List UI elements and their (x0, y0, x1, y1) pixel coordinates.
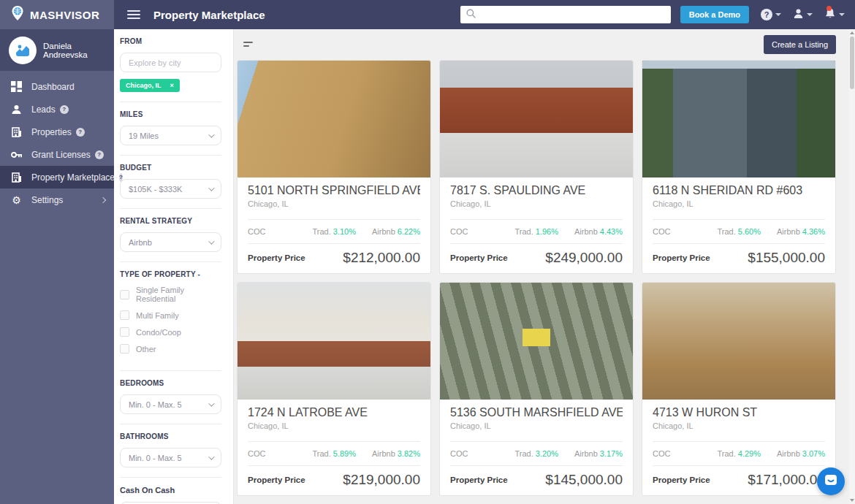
help-badge-icon[interactable]: ? (76, 128, 85, 137)
key-icon (10, 150, 23, 159)
help-badge-icon[interactable]: ? (60, 105, 69, 114)
property-card[interactable]: 1724 N LATROBE AVE Chicago, IL COC Trad.… (237, 282, 431, 496)
sort-icon[interactable] (243, 42, 253, 47)
budget-value: $105K - $333K (129, 185, 182, 194)
property-address[interactable]: 7817 S. SPAULDING AVE (450, 184, 623, 197)
property-price-value: $249,000.00 (545, 250, 623, 266)
hamburger-menu-icon[interactable] (127, 10, 140, 19)
property-price-label: Property Price (450, 476, 508, 484)
remove-tag-icon[interactable]: × (170, 82, 174, 89)
property-address[interactable]: 6118 N SHERIDAN RD #603 (653, 184, 825, 197)
checkbox-single-family[interactable]: Single Family Residential (120, 286, 221, 303)
checkbox-label: Single Family Residential (136, 286, 221, 303)
bathrooms-label: BATHROOMS (120, 432, 221, 440)
city-filter-tag[interactable]: Chicago, IL × (120, 79, 180, 92)
coc-label: COC (653, 449, 670, 458)
property-map-photo[interactable] (440, 283, 633, 400)
property-city: Chicago, IL (653, 199, 825, 208)
budget-select[interactable]: $105K - $333K (120, 179, 221, 199)
property-card[interactable]: 7817 S. SPAULDING AVE Chicago, IL COC Tr… (439, 60, 634, 274)
property-price-label: Property Price (653, 476, 710, 484)
checkbox-label: Multi Family (136, 311, 179, 320)
account-menu[interactable] (793, 8, 813, 22)
top-navbar: MASHVISOR Property Marketplace Book a De… (0, 0, 855, 29)
property-photo[interactable] (642, 283, 835, 400)
checkbox-icon[interactable] (120, 290, 129, 299)
property-photo[interactable] (238, 61, 430, 177)
global-search[interactable] (460, 6, 671, 23)
property-card[interactable]: 5136 SOUTH MARSHFIELD AVENUE Chicago, IL… (439, 282, 634, 496)
sidebar-item-dashboard[interactable]: Dashboard (0, 75, 114, 98)
sidebar-item-leads[interactable]: Leads ? (0, 98, 114, 121)
miles-value: 19 Miles (129, 131, 159, 140)
sidebar-item-properties[interactable]: Properties ? (0, 121, 114, 143)
chat-widget-button[interactable] (817, 467, 845, 495)
airbnb-value: 3.07% (802, 449, 825, 458)
bedrooms-select[interactable]: Min. 0 - Max. 5 (120, 394, 221, 414)
property-address[interactable]: 5136 SOUTH MARSHFIELD AVENUE (450, 406, 623, 419)
property-card[interactable]: 4713 W HURON ST Chicago, IL COC Trad.4.2… (642, 282, 836, 496)
sidebar-item-property-marketplace[interactable]: Property Marketplace ? (0, 166, 114, 188)
scroll-down-arrow-icon[interactable] (850, 499, 854, 502)
airbnb-value: 3.17% (600, 449, 623, 458)
chevron-down-icon (208, 185, 214, 191)
cash-on-cash-label: Cash On Cash (120, 486, 221, 495)
help-badge-icon[interactable]: ? (95, 150, 104, 159)
property-city: Chicago, IL (653, 421, 825, 430)
chevron-down-icon (839, 13, 845, 16)
checkbox-icon[interactable] (120, 344, 129, 354)
scroll-up-arrow-icon[interactable] (850, 31, 854, 34)
property-address[interactable]: 1724 N LATROBE AVE (248, 406, 420, 419)
property-card[interactable]: 5101 NORTH SPRINGFIELD AVENUE #B Chicago… (237, 60, 431, 274)
property-photo[interactable] (440, 61, 633, 177)
help-menu[interactable]: ? (761, 9, 781, 20)
listings-toolbar: Create a Listing (234, 29, 855, 60)
scrollbar-thumb[interactable] (850, 37, 854, 89)
checkbox-condo-coop[interactable]: Condo/Coop (120, 327, 221, 337)
filter-budget: BUDGET $105K - $333K (120, 156, 221, 209)
miles-select[interactable]: 19 Miles (120, 126, 221, 145)
airbnb-value: 3.82% (398, 449, 420, 458)
create-listing-button[interactable]: Create a Listing (764, 35, 836, 54)
property-price-value: $219,000.00 (343, 472, 420, 488)
property-photo[interactable] (238, 283, 430, 400)
chevron-down-icon (208, 454, 214, 459)
sidebar-item-label: Leads (31, 104, 56, 115)
rental-strategy-select[interactable]: Airbnb (120, 232, 221, 252)
property-photo[interactable] (642, 61, 835, 177)
property-price-label: Property Price (248, 253, 305, 262)
main-sidebar: Daniela Andreevska Dashboard Leads ? (0, 29, 114, 504)
bathrooms-select[interactable]: Min. 0 - Max. 5 (120, 448, 221, 467)
building-icon (10, 172, 23, 183)
property-price-label: Property Price (653, 253, 710, 262)
global-search-input[interactable] (480, 9, 665, 20)
property-address[interactable]: 4713 W HURON ST (653, 406, 825, 419)
explore-city-input[interactable] (120, 53, 221, 72)
property-city: Chicago, IL (248, 421, 420, 430)
property-price-label: Property Price (248, 476, 305, 484)
help-badge-icon[interactable]: ? (119, 173, 123, 182)
user-icon (793, 8, 804, 22)
checkbox-icon[interactable] (120, 327, 129, 337)
search-icon (466, 8, 476, 21)
listings-main: Create a Listing 5101 NORTH SPRINGFIELD … (234, 29, 855, 504)
property-address[interactable]: 5101 NORTH SPRINGFIELD AVENUE #B (248, 184, 420, 197)
user-profile[interactable]: Daniela Andreevska (0, 29, 114, 71)
sidebar-item-label: Grant Licenses (31, 150, 91, 160)
trad-label: Trad. (718, 227, 736, 236)
airbnb-value: 4.36% (802, 227, 825, 236)
property-card[interactable]: 6118 N SHERIDAN RD #603 Chicago, IL COC … (642, 60, 836, 274)
notifications-menu[interactable] (824, 7, 845, 22)
checkbox-other[interactable]: Other (120, 344, 221, 354)
bathrooms-value: Min. 0 - Max. 5 (129, 454, 182, 462)
trad-value: 5.60% (738, 227, 761, 236)
checkbox-icon[interactable] (120, 310, 129, 320)
book-demo-button[interactable]: Book a Demo (680, 6, 749, 23)
sidebar-item-grant-licenses[interactable]: Grant Licenses ? (0, 143, 114, 166)
page-title: Property Marketplace (153, 9, 265, 21)
checkbox-multi-family[interactable]: Multi Family (120, 310, 221, 320)
filter-from-label: FROM (120, 37, 221, 45)
sidebar-item-settings[interactable]: ⚙ Settings (0, 188, 114, 211)
brand-logo[interactable]: MASHVISOR (0, 0, 114, 29)
vertical-scrollbar[interactable] (849, 29, 855, 504)
